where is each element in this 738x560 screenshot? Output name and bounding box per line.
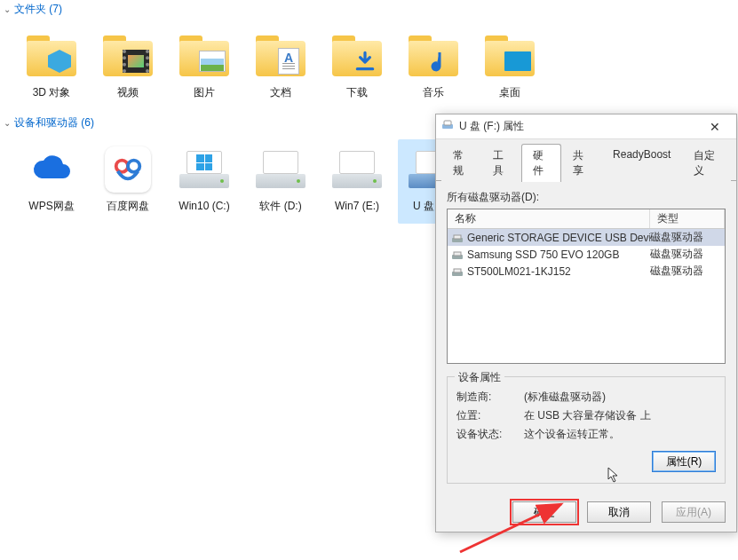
dialog-buttons: 确定 取消 应用(A)	[436, 493, 736, 532]
list-header: 名称 类型	[448, 209, 725, 229]
col-name[interactable]: 名称	[448, 209, 650, 228]
group-title: 文件夹 (7)	[14, 2, 62, 17]
row-name: Generic STORAGE DEVICE USB Device	[467, 232, 650, 244]
drive-icon	[252, 143, 309, 196]
folder-label: 下载	[346, 86, 368, 99]
folder-label: 音乐	[423, 86, 444, 99]
manufacturer-label: 制造商:	[456, 390, 524, 405]
folder-icon	[252, 29, 309, 83]
manufacturer-row: 制造商: (标准磁盘驱动器)	[456, 390, 716, 405]
folder-label: 文档	[270, 86, 291, 99]
folder-item[interactable]: 3D 对象	[16, 26, 87, 110]
folder-icon	[23, 29, 80, 83]
folder-icon	[405, 29, 462, 83]
group-header-folders[interactable]: ⌄ 文件夹 (7)	[0, 0, 738, 19]
drive-item[interactable]: Win10 (C:)	[169, 139, 240, 224]
drive-item[interactable]: Win7 (E:)	[321, 139, 393, 224]
row-type: 磁盘驱动器	[650, 247, 721, 262]
location-value: 在 USB 大容量存储设备 上	[524, 408, 651, 423]
folder-item[interactable]: 视频	[92, 26, 163, 110]
titlebar[interactable]: U 盘 (F:) 属性 ✕	[436, 114, 736, 139]
drive-icon	[329, 143, 385, 196]
drive-label: WPS网盘	[28, 200, 74, 212]
folder-item[interactable]: 音乐	[398, 26, 469, 110]
location-row: 位置: 在 USB 大容量存储设备 上	[456, 408, 716, 423]
drive-label: Win10 (C:)	[179, 200, 229, 212]
folder-label: 3D 对象	[33, 86, 71, 99]
device-properties-legend: 设备属性	[455, 370, 504, 385]
chevron-down-icon: ⌄	[4, 118, 11, 128]
chevron-down-icon: ⌄	[4, 4, 11, 14]
tab-常规[interactable]: 常规	[441, 144, 481, 182]
tab-自定义[interactable]: 自定义	[682, 144, 731, 182]
tab-ReadyBoost[interactable]: ReadyBoost	[601, 144, 682, 182]
location-label: 位置:	[456, 408, 524, 423]
disk-icon	[451, 250, 464, 259]
tab-工具[interactable]: 工具	[481, 144, 521, 182]
all-drives-label: 所有磁盘驱动器(D):	[447, 190, 726, 205]
drive-icon	[176, 143, 233, 196]
drive-label: 软件 (D:)	[259, 200, 301, 212]
tab-panel-hardware: 所有磁盘驱动器(D): 名称 类型 Generic STORAGE DEVICE…	[436, 180, 736, 493]
folder-icon	[481, 29, 538, 83]
drive-item[interactable]: WPS网盘	[16, 139, 87, 224]
svg-rect-5	[454, 235, 461, 239]
list-row[interactable]: ST500LM021-1KJ152磁盘驱动器	[448, 263, 725, 280]
status-label: 设备状态:	[456, 427, 524, 442]
drive-item[interactable]: 百度网盘	[92, 139, 163, 224]
cancel-button[interactable]: 取消	[587, 501, 651, 523]
drive-icon	[99, 143, 156, 196]
drives-listbox[interactable]: 名称 类型 Generic STORAGE DEVICE USB Device磁…	[447, 209, 726, 364]
folder-label: 桌面	[499, 86, 520, 99]
close-button[interactable]: ✕	[699, 117, 731, 137]
drive-icon	[441, 120, 454, 133]
folder-icon	[329, 29, 385, 83]
status-value: 这个设备运转正常。	[524, 427, 620, 442]
list-row[interactable]: Samsung SSD 750 EVO 120GB磁盘驱动器	[448, 246, 725, 263]
drive-icon	[23, 143, 80, 196]
properties-dialog: U 盘 (F:) 属性 ✕ 常规工具硬件共享ReadyBoost自定义 所有磁盘…	[435, 114, 737, 532]
svg-rect-3	[444, 121, 451, 125]
svg-rect-7	[454, 252, 461, 256]
drive-label: 百度网盘	[107, 200, 149, 212]
device-properties-button[interactable]: 属性(R)	[652, 451, 716, 472]
drive-item[interactable]: 软件 (D:)	[245, 139, 316, 224]
ok-button[interactable]: 确定	[512, 501, 576, 523]
folder-icon	[99, 29, 156, 83]
dialog-title: U 盘 (F:) 属性	[459, 119, 524, 134]
status-row: 设备状态: 这个设备运转正常。	[456, 427, 716, 442]
tab-硬件[interactable]: 硬件	[521, 144, 561, 182]
folder-item[interactable]: 文档	[245, 26, 316, 110]
folder-item[interactable]: 下载	[321, 26, 393, 110]
row-name: Samsung SSD 750 EVO 120GB	[467, 248, 650, 261]
svg-rect-9	[454, 269, 461, 272]
manufacturer-value: (标准磁盘驱动器)	[524, 390, 606, 405]
folder-label: 视频	[117, 86, 139, 99]
folder-item[interactable]: 图片	[169, 26, 240, 110]
row-name: ST500LM021-1KJ152	[467, 265, 650, 278]
drive-label: Win7 (E:)	[335, 200, 379, 212]
folder-item[interactable]: 桌面	[474, 26, 545, 110]
disk-icon	[451, 233, 464, 242]
folders-grid: 3D 对象视频图片文档下载音乐桌面	[0, 19, 738, 114]
row-type: 磁盘驱动器	[650, 230, 721, 245]
row-type: 磁盘驱动器	[650, 264, 721, 279]
folder-icon	[176, 29, 233, 83]
group-title: 设备和驱动器 (6)	[14, 115, 94, 130]
apply-button[interactable]: 应用(A)	[662, 501, 726, 523]
svg-point-0	[116, 161, 128, 172]
col-type[interactable]: 类型	[650, 209, 725, 228]
tabstrip: 常规工具硬件共享ReadyBoost自定义	[436, 139, 736, 181]
list-row[interactable]: Generic STORAGE DEVICE USB Device磁盘驱动器	[448, 229, 725, 246]
device-properties-group: 设备属性 制造商: (标准磁盘驱动器) 位置: 在 USB 大容量存储设备 上 …	[447, 376, 726, 484]
folder-label: 图片	[194, 86, 215, 99]
disk-icon	[451, 267, 464, 276]
svg-point-1	[128, 161, 139, 172]
tab-共享[interactable]: 共享	[561, 144, 601, 182]
